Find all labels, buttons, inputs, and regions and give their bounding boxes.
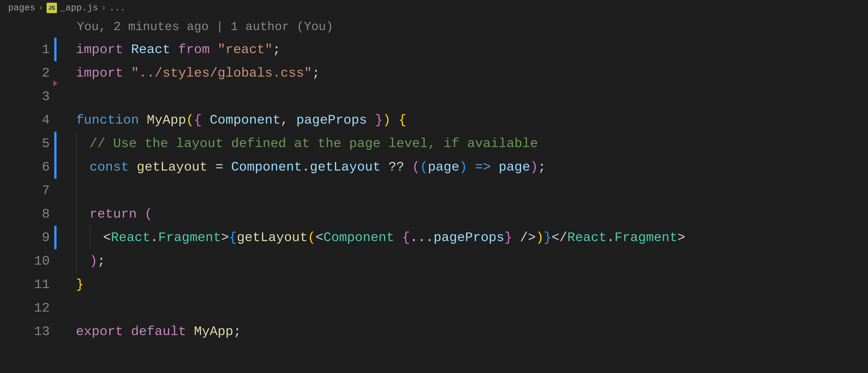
line-number: 3 [42,89,57,104]
code-content[interactable]: function MyApp({ Component, pageProps })… [57,108,406,132]
gutter[interactable]: 8 [0,202,57,226]
line-number: 7 [42,183,57,198]
breadcrumb-symbol[interactable]: ... [109,3,125,13]
gutter[interactable]: 13 [0,320,57,343]
indent-guide [76,249,90,273]
line-number: 13 [34,324,57,339]
code-line[interactable]: 4 function MyApp({ Component, pageProps … [0,108,868,132]
code-content[interactable]: // Use the layout defined at the page le… [57,132,538,155]
breadcrumb[interactable]: pages › JS _app.js › ... [0,0,868,18]
code-line[interactable]: 1 import React from "react"; [0,38,868,61]
codelens-author-info[interactable]: You, 2 minutes ago | 1 author (You) [0,20,868,34]
gutter[interactable]: 12 [0,296,57,320]
code-line[interactable]: 10 ); [0,249,868,273]
code-line[interactable]: 2 import "../styles/globals.css"; [0,61,868,85]
modified-indicator [54,155,57,179]
line-number: 11 [34,277,57,292]
code-line[interactable]: 8 return ( [0,202,868,226]
code-content[interactable]: import "../styles/globals.css"; [57,61,320,85]
breadcrumb-file[interactable]: _app.js [60,3,98,13]
gutter[interactable]: 4 [0,108,57,132]
indent-guide [90,226,103,249]
code-content[interactable]: import React from "react"; [57,38,281,61]
indent-guide [76,202,90,226]
breadcrumb-folder[interactable]: pages [8,3,35,13]
indent-guide [76,226,90,249]
code-line[interactable]: 11 } [0,273,868,296]
indent-guide [76,179,90,202]
code-line[interactable]: 13 export default MyApp; [0,320,868,343]
code-content[interactable]: } [57,273,84,296]
gutter[interactable]: 2 [0,61,57,85]
gutter[interactable]: 11 [0,273,57,296]
gutter[interactable]: 6 [0,155,57,179]
code-line[interactable]: 6 const getLayout = Component.getLayout … [0,155,868,179]
indent-guide [76,155,90,179]
line-number: 2 [42,66,57,80]
code-line[interactable]: 12 [0,296,868,320]
code-content[interactable]: export default MyApp; [57,320,241,343]
chevron-right-icon: › [38,3,43,13]
gutter[interactable]: 7 [0,179,57,202]
code-content[interactable]: return ( [57,202,152,226]
gutter[interactable]: 3 [0,85,57,108]
gutter[interactable]: 5 [0,132,57,155]
indent-guide [76,132,90,155]
code-content[interactable]: <React.Fragment>{getLayout(<Component {.… [57,226,685,249]
modified-indicator [54,38,57,61]
line-number: 4 [42,113,57,128]
modified-indicator [54,226,57,249]
code-line[interactable]: 9 <React.Fragment>{getLayout(<Component … [0,226,868,249]
line-number: 12 [34,301,57,315]
gutter[interactable]: 1 [0,38,57,61]
modified-indicator [54,132,57,155]
line-number: 10 [34,254,57,268]
code-content[interactable]: ); [57,249,105,273]
line-number: 8 [42,207,57,222]
code-line[interactable]: 5 // Use the layout defined at the page … [0,132,868,155]
code-line[interactable]: 7 [0,179,868,202]
gutter[interactable]: 10 [0,249,57,273]
code-content[interactable] [57,296,76,320]
chevron-right-icon: › [101,3,106,13]
code-editor[interactable]: You, 2 minutes ago | 1 author (You) 1 im… [0,18,868,343]
code-content[interactable] [57,179,90,202]
code-content[interactable] [57,85,76,108]
gutter[interactable]: 9 [0,226,57,249]
code-line[interactable]: 3 [0,85,868,108]
js-file-icon: JS [46,3,57,13]
code-content[interactable]: const getLayout = Component.getLayout ??… [57,155,546,179]
